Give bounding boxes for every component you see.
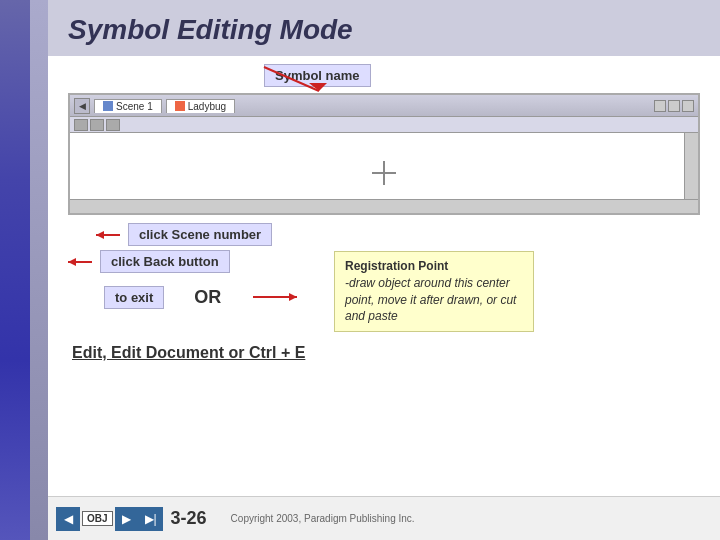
to-exit-label: to exit bbox=[104, 286, 164, 309]
window-tab-bar: ◀ Scene 1 Ladybug bbox=[70, 95, 698, 117]
bottom-bar: ◀ OBJ ▶ ▶| 3-26 Copyright 2003, Paradigm… bbox=[48, 496, 720, 540]
svg-marker-3 bbox=[96, 231, 104, 239]
window-toolbar bbox=[70, 117, 698, 133]
scene-tab-icon bbox=[103, 101, 113, 111]
edit-line: Edit, Edit Document or Ctrl + E bbox=[72, 344, 704, 362]
slide-number: 3-26 bbox=[171, 508, 207, 529]
fake-window: ◀ Scene 1 Ladybug bbox=[68, 93, 700, 215]
back-button-arrow bbox=[64, 252, 94, 272]
to-exit-row: to exit OR bbox=[84, 283, 324, 311]
ladybug-tab-label: Ladybug bbox=[188, 101, 226, 112]
scene-number-arrow bbox=[92, 225, 122, 245]
window-btn-3[interactable] bbox=[682, 100, 694, 112]
or-label: OR bbox=[194, 283, 221, 311]
sidebar-mid-decoration bbox=[30, 0, 48, 540]
scene-tab-label: Scene 1 bbox=[116, 101, 153, 112]
sidebar-left-decoration bbox=[0, 0, 30, 540]
registration-title: Registration Point bbox=[345, 258, 523, 275]
copyright-text: Copyright 2003, Paradigm Publishing Inc. bbox=[231, 513, 415, 524]
symbol-name-arrow bbox=[219, 65, 439, 95]
edit-line-text: Edit, Edit Document or Ctrl + E bbox=[72, 344, 305, 361]
scene-number-label: click Scene number bbox=[128, 223, 272, 246]
window-content bbox=[70, 133, 698, 213]
scrollbar-bottom[interactable] bbox=[70, 199, 698, 213]
registration-body: -draw object around this center point, m… bbox=[345, 275, 523, 325]
window-controls bbox=[654, 100, 694, 112]
obj-badge: OBJ bbox=[82, 511, 113, 526]
or-arrow bbox=[251, 287, 301, 307]
main-content: Symbol Editing Mode Symbol name ◀ bbox=[48, 0, 720, 540]
scene-number-row: click Scene number bbox=[92, 223, 324, 246]
window-btn-1[interactable] bbox=[654, 100, 666, 112]
scene-tab[interactable]: Scene 1 bbox=[94, 99, 162, 113]
toolbar-icon-2[interactable] bbox=[90, 119, 104, 131]
back-button-label: click Back button bbox=[100, 250, 230, 273]
last-button[interactable]: ▶| bbox=[139, 507, 163, 531]
registration-col: Registration Point -draw object around t… bbox=[334, 251, 534, 332]
title-area: Symbol Editing Mode bbox=[48, 0, 720, 56]
registration-box: Registration Point -draw object around t… bbox=[334, 251, 534, 332]
page-title: Symbol Editing Mode bbox=[68, 14, 700, 46]
svg-marker-5 bbox=[68, 258, 76, 266]
window-btn-2[interactable] bbox=[668, 100, 680, 112]
prev-button[interactable]: ◀ bbox=[56, 507, 80, 531]
next-button[interactable]: ▶ bbox=[115, 507, 139, 531]
toolbar-icon-3[interactable] bbox=[106, 119, 120, 131]
content-area: Symbol name ◀ Scene 1 bbox=[48, 56, 720, 496]
ladybug-tab-icon bbox=[175, 101, 185, 111]
svg-line-0 bbox=[264, 67, 319, 91]
back-button-row: click Back button bbox=[64, 250, 324, 273]
svg-marker-7 bbox=[289, 293, 297, 301]
ladybug-tab[interactable]: Ladybug bbox=[166, 99, 235, 113]
toolbar-icon-1[interactable] bbox=[74, 119, 88, 131]
back-button[interactable]: ◀ bbox=[74, 98, 90, 114]
